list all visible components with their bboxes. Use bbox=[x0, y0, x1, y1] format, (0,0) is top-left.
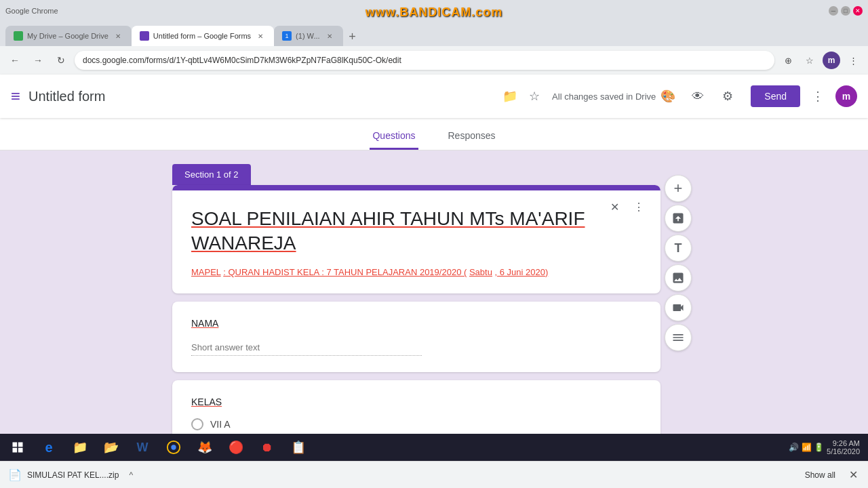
add-title-tool[interactable]: T bbox=[665, 235, 692, 262]
palette-icon[interactable]: 🎨 bbox=[656, 84, 680, 108]
tab-responses[interactable]: Responses bbox=[446, 123, 498, 150]
form-main-title: SOAL PENILAIAN AHIR TAHUN MTs MA'ARIF WA… bbox=[191, 207, 642, 256]
radio-label-viia: VII A bbox=[210, 419, 231, 430]
profile-avatar: m bbox=[823, 52, 840, 69]
app-title: Untitled form bbox=[28, 89, 498, 104]
question-label-nama: NAMA bbox=[191, 318, 642, 329]
translate-icon[interactable]: ⊕ bbox=[778, 51, 797, 70]
cards-column: Section 1 of 2 ✕ ⋮ SOAL PENILAIAN AHIR T… bbox=[172, 164, 660, 460]
bottom-bar-right: Show all ✕ bbox=[800, 468, 860, 483]
form-card-title-content: ✕ ⋮ SOAL PENILAIAN AHIR TAHUN MTs MA'ARI… bbox=[172, 190, 660, 293]
download-expand-button[interactable]: ^ bbox=[124, 468, 138, 482]
close-button[interactable]: ✕ bbox=[853, 6, 863, 16]
right-sidebar: + T bbox=[660, 164, 696, 351]
taskbar-files[interactable]: 📂 bbox=[96, 435, 126, 460]
subtitle-value: : QURAN HADIST KELA : 7 TAHUN PELAJARAN … bbox=[223, 267, 467, 277]
tab3-favicon: 1 bbox=[282, 31, 292, 41]
taskbar-word[interactable]: W bbox=[127, 435, 157, 460]
star-button[interactable]: ☆ bbox=[522, 84, 547, 108]
add-image-tool[interactable] bbox=[665, 264, 692, 291]
short-answer-input-nama[interactable] bbox=[191, 340, 422, 356]
subtitle-sabtu: Sabtu bbox=[469, 267, 492, 277]
form-content-wrapper: Section 1 of 2 ✕ ⋮ SOAL PENILAIAN AHIR T… bbox=[14, 164, 854, 460]
tab1-title: My Drive – Google Drive bbox=[27, 32, 108, 40]
section-badge: Section 1 of 2 bbox=[172, 164, 251, 185]
browser-tab-3[interactable]: 1 (1) W... ✕ bbox=[274, 26, 342, 46]
taskbar-clock: 9:26 AM 5/16/2020 bbox=[827, 439, 860, 455]
new-tab-button[interactable]: + bbox=[343, 27, 362, 46]
folder-button[interactable]: 📁 bbox=[498, 84, 522, 108]
radio-circle-viia[interactable] bbox=[191, 418, 203, 430]
saved-text: All changes saved in Drive bbox=[552, 92, 656, 102]
taskbar-chrome[interactable] bbox=[159, 435, 189, 460]
bottom-bar: 📄 SIMULASI PAT KEL....zip ^ Show all ✕ bbox=[0, 461, 868, 488]
svg-point-0 bbox=[171, 445, 176, 449]
taskbar-app8[interactable]: 📋 bbox=[283, 435, 313, 460]
forward-button[interactable]: → bbox=[28, 51, 47, 70]
back-button[interactable]: ← bbox=[5, 51, 24, 70]
header-icons: 🎨 👁 ⚙ Send ⋮ m bbox=[656, 84, 857, 108]
tab1-close[interactable]: ✕ bbox=[113, 30, 123, 41]
title-card-actions: ✕ ⋮ bbox=[604, 196, 650, 218]
user-avatar[interactable]: m bbox=[835, 85, 857, 107]
tab3-title: (1) W... bbox=[296, 32, 319, 40]
more-options-button[interactable]: ⋮ bbox=[806, 84, 830, 108]
extensions-icon[interactable]: ⋮ bbox=[844, 51, 863, 70]
minimize-button[interactable]: ─ bbox=[829, 6, 838, 16]
show-all-button[interactable]: Show all bbox=[800, 468, 841, 483]
taskbar-ie[interactable]: e bbox=[34, 435, 64, 460]
bookmark-icon[interactable]: ☆ bbox=[800, 51, 819, 70]
tab2-title: Untitled form – Google Forms bbox=[153, 32, 251, 40]
taskbar-folder[interactable]: 📁 bbox=[65, 435, 95, 460]
close-download-bar-button[interactable]: ✕ bbox=[846, 468, 860, 482]
taskbar-icons: 🔊 📶 🔋 bbox=[789, 443, 824, 452]
taskbar-recording[interactable]: ⏺ bbox=[252, 435, 282, 460]
download-item: 📄 SIMULASI PAT KEL....zip ^ bbox=[8, 468, 138, 482]
address-bar-row: ← → ↻ ⊕ ☆ m ⋮ bbox=[0, 46, 868, 75]
form-tabs: Questions Responses bbox=[0, 118, 868, 150]
form-card-header bbox=[172, 185, 660, 190]
tab-questions[interactable]: Questions bbox=[370, 123, 418, 150]
taskbar-app6[interactable]: 🔴 bbox=[221, 435, 251, 460]
taskbar: e 📁 📂 W 🦊 🔴 ⏺ 📋 🔊 📶 🔋 9:26 AM 5/16/2020 bbox=[0, 434, 868, 461]
download-filename: SIMULASI PAT KEL....zip bbox=[27, 470, 119, 480]
tab2-close[interactable]: ✕ bbox=[255, 30, 266, 41]
browser-tab-1[interactable]: My Drive – Google Drive ✕ bbox=[5, 26, 132, 46]
header-left: ≡ Untitled form 📁 ☆ All changes saved in… bbox=[11, 84, 656, 108]
question-card-nama: NAMA bbox=[172, 302, 660, 372]
download-file-icon: 📄 bbox=[8, 468, 22, 481]
forms-logo-icon: ≡ bbox=[11, 87, 20, 106]
form-subtitle: MAPEL : QURAN HADIST KELA : 7 TAHUN PELA… bbox=[191, 267, 642, 277]
taskbar-right: 🔊 📶 🔋 9:26 AM 5/16/2020 bbox=[789, 439, 865, 455]
settings-icon[interactable]: ⚙ bbox=[715, 84, 740, 108]
add-video-tool[interactable] bbox=[665, 294, 692, 321]
add-question-tool[interactable]: + bbox=[665, 175, 692, 202]
radio-option-viia: VII A bbox=[191, 418, 642, 430]
browser-toolbar-icons: ⊕ ☆ m ⋮ bbox=[778, 51, 863, 70]
window-controls: ─ □ ✕ bbox=[829, 6, 863, 16]
send-button[interactable]: Send bbox=[751, 85, 800, 107]
app-header: ≡ Untitled form 📁 ☆ All changes saved in… bbox=[0, 75, 868, 118]
preview-icon[interactable]: 👁 bbox=[686, 84, 710, 108]
reload-button[interactable]: ↻ bbox=[52, 51, 71, 70]
browser-title-text: Google Chrome bbox=[5, 7, 58, 15]
maximize-button[interactable]: □ bbox=[841, 6, 850, 16]
question-label-kelas: KELAS bbox=[191, 396, 642, 407]
tab1-favicon bbox=[14, 31, 23, 41]
more-card-button[interactable]: ⋮ bbox=[628, 196, 650, 218]
subtitle-mapel-label: MAPEL bbox=[191, 267, 221, 277]
import-questions-tool[interactable] bbox=[665, 205, 692, 232]
tabs-bar: My Drive – Google Drive ✕ Untitled form … bbox=[0, 22, 868, 46]
tab2-favicon bbox=[140, 31, 149, 41]
taskbar-firefox[interactable]: 🦊 bbox=[190, 435, 220, 460]
browser-tab-2[interactable]: Untitled form – Google Forms ✕ bbox=[132, 26, 274, 46]
profile-icon[interactable]: m bbox=[822, 51, 841, 70]
title-bar: Google Chrome ─ □ ✕ bbox=[0, 0, 868, 22]
collapse-button[interactable]: ✕ bbox=[604, 196, 625, 218]
tab3-close[interactable]: ✕ bbox=[324, 30, 335, 41]
form-title-card: ✕ ⋮ SOAL PENILAIAN AHIR TAHUN MTs MA'ARI… bbox=[172, 185, 660, 293]
add-section-tool[interactable] bbox=[665, 324, 692, 351]
address-input[interactable] bbox=[75, 51, 774, 70]
subtitle-date: , 6 Juni 2020) bbox=[495, 267, 549, 277]
taskbar-start-button[interactable] bbox=[3, 435, 33, 460]
